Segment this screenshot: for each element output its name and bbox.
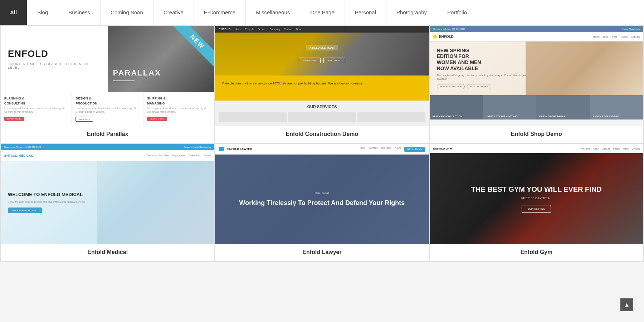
- construction-yellow: Reliable construction service since 1973…: [215, 75, 429, 101]
- tab-miscellaneous[interactable]: Miscellaneous: [246, 0, 300, 25]
- demo-card-lawyer[interactable]: ENFOLD LAWYER Home Services Our Team New…: [215, 144, 429, 261]
- gym-hero: THE BEST GYM YOU WILL EVER FIND FREE 30 …: [430, 153, 643, 244]
- shop-hero-image: [526, 42, 643, 95]
- tab-ecommerce[interactable]: E-Commerce: [194, 0, 246, 25]
- demo-grid: ENFOLD TAKING A TIMELESS CLASSIC TO THE …: [0, 25, 644, 262]
- card-label-gym: Enfold Gym: [430, 244, 643, 261]
- scroll-to-top-button[interactable]: ▲: [620, 298, 633, 311]
- tab-personal[interactable]: Personal: [345, 0, 386, 25]
- card-thumb-construction: ENFOLD Home Projects Service Company Con…: [215, 26, 429, 126]
- lawyer-nav: ENFOLD LAWYER Home Services Our Team New…: [215, 144, 429, 155]
- card-thumb-gym: ENFOLD GYM Welcome About Classes Pricing…: [430, 144, 643, 244]
- tab-blog[interactable]: Blog: [27, 0, 58, 25]
- demo-card-gym[interactable]: ENFOLD GYM Welcome About Classes Pricing…: [430, 144, 643, 261]
- tab-business[interactable]: Business: [58, 0, 101, 25]
- medical-hero: WELCOME TO ENFOLD MEDICAL By far the bes…: [1, 161, 214, 244]
- construction-hero: A RELIABLE TEAM WHO WE ARE WHAT WE DO: [215, 33, 429, 75]
- medical-topbar: Emergency Phone: +45-000-000-0000 Custom…: [1, 144, 214, 150]
- shop-categories: NEW MENS COLLECTION LATEST STREET CLOTHE…: [430, 95, 643, 119]
- medical-hero-image: [97, 161, 215, 244]
- tab-photography[interactable]: Photography: [386, 0, 437, 25]
- card-thumb-lawyer: ENFOLD LAWYER Home Services Our Team New…: [215, 144, 429, 244]
- parallax-line: [113, 80, 135, 81]
- shop-hero: NEW SPRING EDITION FOR WOMEN AND MEN NOW…: [430, 42, 643, 95]
- parallax-box-3: SHIPPING & MANAGING Lorem ipsum dolor si…: [143, 92, 214, 126]
- card-thumb-shop: Give us a call now: 555-000-0000 Home Sh…: [430, 26, 643, 126]
- tab-creative[interactable]: Creative: [153, 0, 194, 25]
- tab-coming-soon[interactable]: Coming Soon: [101, 0, 153, 25]
- tab-one-page[interactable]: One Page: [300, 0, 345, 25]
- demo-card-medical[interactable]: Emergency Phone: +45-000-000-0000 Custom…: [1, 144, 214, 261]
- card-thumb-parallax: ENFOLD TAKING A TIMELESS CLASSIC TO THE …: [1, 26, 214, 126]
- gym-nav: ENFOLD GYM Welcome About Classes Pricing…: [430, 144, 643, 153]
- shop-topbar: Give us a call now: 555-000-0000 Home Sh…: [430, 26, 643, 32]
- demo-card-parallax[interactable]: ENFOLD TAKING A TIMELESS CLASSIC TO THE …: [1, 26, 214, 143]
- card-label-parallax: Enfold Parallax: [1, 126, 214, 143]
- tab-all[interactable]: All: [0, 0, 27, 25]
- parallax-logo: ENFOLD: [8, 48, 101, 59]
- demo-card-construction[interactable]: ENFOLD Home Projects Service Company Con…: [215, 26, 429, 143]
- construction-nav: ENFOLD Home Projects Service Company Con…: [215, 26, 429, 33]
- lawyer-hero: Our Goal Working Tirelessly To Protect A…: [215, 155, 429, 244]
- shop-nav: ENFOLD Home Blog Style About Contact: [430, 32, 643, 42]
- tab-portfolio[interactable]: Portfolio: [437, 0, 477, 25]
- construction-services-title: OUR SERVICES: [215, 101, 429, 112]
- card-label-lawyer: Enfold Lawyer: [215, 244, 429, 261]
- parallax-bg-text: PARALLAX: [113, 68, 161, 78]
- medical-nav: ENFOLD MEDICAL Welcome Our Clinic Depart…: [1, 150, 214, 161]
- card-thumb-medical: Emergency Phone: +45-000-000-0000 Custom…: [1, 144, 214, 244]
- parallax-tagline: TAKING A TIMELESS CLASSIC TO THE NEXT LE…: [8, 62, 101, 69]
- filter-tabs: All Blog Business Coming Soon Creative E…: [0, 0, 644, 25]
- parallax-box-2: DESIGN & PRODUCTION Lorem ipsum dolor si…: [72, 92, 143, 126]
- card-label-shop: Enfold Shop Demo: [430, 126, 643, 143]
- parallax-box-1: PLANNING & CONSULTING Lorem ipsum dolor …: [1, 92, 72, 126]
- demo-card-shop[interactable]: Give us a call now: 555-000-0000 Home Sh…: [430, 26, 643, 143]
- card-label-construction: Enfold Construction Demo: [215, 126, 429, 143]
- construction-services: [215, 112, 429, 126]
- card-label-medical: Enfold Medical: [1, 244, 214, 261]
